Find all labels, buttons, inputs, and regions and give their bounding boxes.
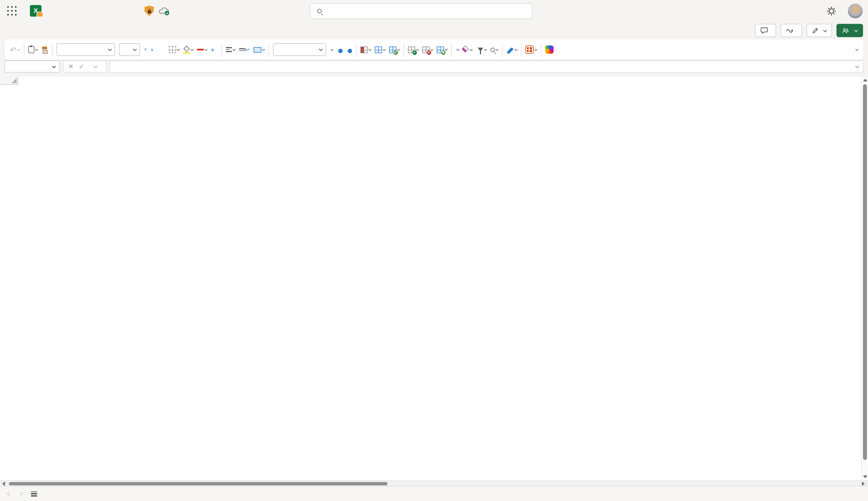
sheet-tab-bar xyxy=(0,486,868,501)
copilot-icon xyxy=(545,45,553,54)
user-avatar[interactable] xyxy=(847,3,863,19)
sheet-view-button[interactable] xyxy=(525,45,537,54)
cloud-saved-icon[interactable] xyxy=(158,4,171,18)
delete-cells-button[interactable]: × xyxy=(422,46,433,53)
sort-filter-button[interactable] xyxy=(476,47,486,52)
insert-cells-icon: + xyxy=(408,46,415,53)
cell-styles-icon: ✓ xyxy=(389,46,396,53)
editing-mode-button[interactable] xyxy=(806,24,832,37)
scroll-down-icon[interactable] xyxy=(863,475,868,478)
spreadsheet-grid[interactable] xyxy=(0,76,868,480)
sensitivity-shield-icon[interactable] xyxy=(144,6,154,16)
insert-cells-button[interactable]: + xyxy=(408,46,418,53)
borders-button[interactable] xyxy=(169,46,179,53)
name-box[interactable] xyxy=(4,61,60,73)
collapse-ribbon-button[interactable] xyxy=(856,48,858,51)
search-icon xyxy=(317,9,321,13)
merge-cells-icon xyxy=(253,47,261,53)
copilot-button[interactable] xyxy=(545,45,553,54)
conditional-formatting-button[interactable] xyxy=(360,46,371,53)
horizontal-scrollbar[interactable] xyxy=(0,480,868,486)
table-icon xyxy=(374,46,382,53)
currency-format-button[interactable] xyxy=(330,48,333,51)
format-as-table-button[interactable] xyxy=(374,46,385,53)
pen-icon xyxy=(506,47,513,54)
format-painter-button[interactable] xyxy=(42,46,48,53)
filter-funnel-icon xyxy=(477,47,483,52)
views-grid-icon xyxy=(525,45,534,54)
chevron-down-icon xyxy=(854,28,858,32)
vertical-scrollbar[interactable] xyxy=(861,76,868,480)
chevron-down-icon xyxy=(823,28,827,32)
find-button[interactable] xyxy=(490,47,498,52)
title-bar: X xyxy=(0,0,868,22)
share-button[interactable] xyxy=(836,24,863,37)
scroll-up-icon[interactable] xyxy=(863,78,868,82)
increase-decimal-button[interactable] xyxy=(346,47,352,52)
settings-gear-icon[interactable] xyxy=(826,6,836,16)
clear-button[interactable] xyxy=(463,47,472,53)
align-lines-icon xyxy=(226,47,232,52)
ribbon-tab-bar xyxy=(0,22,868,39)
font-color-button[interactable] xyxy=(197,48,207,51)
wrap-arrow-icon: ↩ xyxy=(245,47,249,53)
comments-button[interactable] xyxy=(755,24,776,37)
fx-chevron-icon[interactable] xyxy=(94,64,98,68)
autosum-button[interactable] xyxy=(455,48,459,51)
clipboard-icon xyxy=(28,46,34,53)
font-effects-button[interactable]: a xyxy=(211,47,214,52)
horizontal-scrollbar-thumb[interactable] xyxy=(9,482,387,486)
merge-center-button[interactable] xyxy=(253,47,264,53)
paste-button[interactable] xyxy=(28,46,37,53)
cell-styles-button[interactable]: ✓ xyxy=(389,46,399,53)
select-all-corner[interactable] xyxy=(0,76,18,85)
increase-font-size-button[interactable]: ^ xyxy=(144,47,146,52)
confirm-entry-button[interactable]: ✓ xyxy=(78,63,84,70)
delete-cells-icon: × xyxy=(422,46,429,53)
scroll-right-icon[interactable] xyxy=(862,481,865,486)
undo-button[interactable]: ↶ xyxy=(10,45,20,54)
font-name-select[interactable] xyxy=(56,43,115,56)
borders-icon xyxy=(169,46,176,53)
cancel-entry-button[interactable]: ✕ xyxy=(68,63,74,70)
find-icon xyxy=(490,47,495,52)
doc-badge xyxy=(36,12,43,17)
vertical-scrollbar-thumb[interactable] xyxy=(863,84,867,460)
expand-formula-bar-icon[interactable] xyxy=(855,64,859,68)
all-sheets-menu-icon[interactable] xyxy=(31,491,37,496)
search-bar[interactable] xyxy=(310,3,532,19)
font-size-select[interactable] xyxy=(119,43,140,56)
paintbrush-icon xyxy=(42,46,48,53)
next-sheet-icon[interactable] xyxy=(18,491,23,496)
catch-up-button[interactable] xyxy=(781,24,802,37)
scroll-left-icon[interactable] xyxy=(2,481,5,486)
fill-bucket-icon xyxy=(183,45,190,52)
conditional-formatting-icon xyxy=(360,46,367,53)
format-cells-button[interactable]: ✎ xyxy=(437,46,447,53)
decrease-font-size-button[interactable]: v xyxy=(151,47,153,52)
wrap-text-button[interactable]: ↩ xyxy=(239,47,250,53)
formula-input[interactable] xyxy=(110,61,864,73)
excel-web-app: X xyxy=(0,0,868,501)
eraser-icon xyxy=(462,45,469,53)
number-format-select[interactable] xyxy=(273,43,326,56)
fill-color-button[interactable] xyxy=(183,46,193,53)
formula-bar: ✕ ✓ xyxy=(0,60,868,74)
decrease-decimal-button[interactable] xyxy=(337,47,342,52)
ribbon-toolbar: ↶ ^ v a ↩ ✓ + × ✎ xyxy=(4,40,864,60)
format-cells-icon: ✎ xyxy=(437,46,444,53)
app-launcher-icon[interactable] xyxy=(7,6,17,16)
ink-button[interactable] xyxy=(506,47,517,52)
alignment-button[interactable] xyxy=(226,47,235,52)
prev-sheet-icon[interactable] xyxy=(7,491,12,496)
